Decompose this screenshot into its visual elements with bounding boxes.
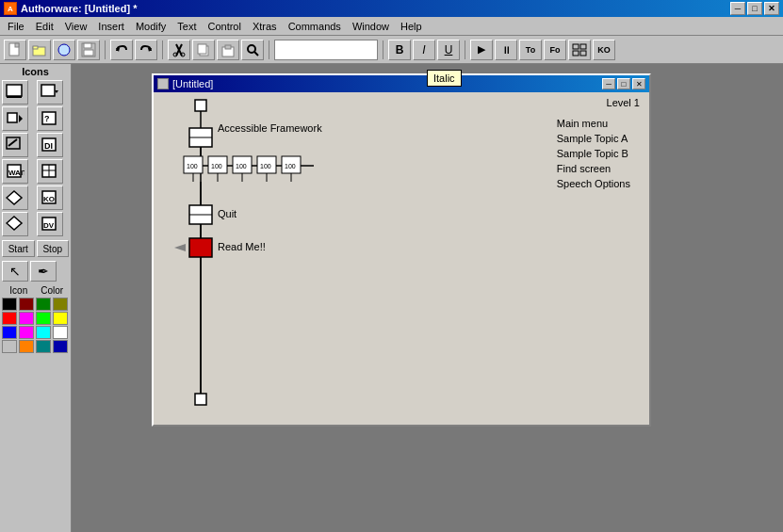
text-list-item-5: Speech Options [557,176,630,191]
interaction-icon[interactable] [37,80,63,105]
color-swatch[interactable] [53,312,68,325]
text-list-item-1: Main menu [557,116,630,131]
start-node [195,100,206,111]
svg-text:100: 100 [211,163,222,169]
app-icon: A [4,2,17,15]
copy-button[interactable] [192,40,215,60]
svg-rect-23 [580,51,586,56]
color-swatch[interactable] [19,312,34,325]
separator-3 [269,40,269,59]
svg-point-4 [58,44,70,56]
cut-button[interactable] [168,40,190,60]
maximize-button[interactable]: □ [747,2,762,15]
doc-minimize[interactable]: ─ [602,78,615,89]
color-swatch[interactable] [36,312,51,325]
menu-window[interactable]: Window [347,17,395,35]
color-swatch[interactable] [2,298,17,311]
color-label: Color [36,285,70,296]
color-swatch[interactable] [2,312,17,325]
svg-rect-27 [8,113,17,122]
minimize-button[interactable]: ─ [730,2,745,15]
color-swatch[interactable] [2,326,17,339]
calc-icon[interactable] [2,212,28,236]
color-swatch[interactable] [53,326,68,339]
kd-button[interactable]: KO [593,40,615,60]
menu-modify[interactable]: Modify [130,17,171,35]
svg-text:100: 100 [187,163,198,169]
pointer-tool[interactable]: ↖ [2,261,28,282]
open-button[interactable] [28,40,51,60]
svg-text:?: ? [44,114,50,123]
stop-flag[interactable]: Stop [37,240,70,257]
wait2-icon[interactable]: WAIT [2,159,28,184]
find-button[interactable] [241,40,264,60]
menu-xtras[interactable]: Xtras [247,17,283,35]
svg-rect-21 [580,44,586,49]
sound-icon[interactable]: KO [37,185,63,210]
color-swatch[interactable] [36,326,51,339]
new-button[interactable] [4,40,26,60]
svg-rect-15 [198,44,206,54]
start-flag[interactable]: Start [2,240,35,257]
color-swatch[interactable] [53,298,68,311]
display-icon[interactable] [2,80,28,105]
doc-maximize[interactable]: □ [617,78,630,89]
paste-button[interactable] [217,40,239,60]
bold-button[interactable]: B [388,40,411,60]
save-button[interactable] [77,40,100,60]
menu-file[interactable]: File [2,17,30,35]
italic-button[interactable]: I [413,40,435,60]
italic-tooltip: Italic [427,70,462,87]
menu-edit[interactable]: Edit [30,17,59,35]
decision-icon[interactable] [2,185,28,210]
erase-icon[interactable] [2,133,28,157]
navigate-icon[interactable]: DI [37,133,63,157]
play-button[interactable]: ▶ [470,40,493,60]
close-button[interactable]: ✕ [764,2,779,15]
menu-help[interactable]: Help [395,17,428,35]
color-swatch[interactable] [19,340,34,353]
color-swatch[interactable] [19,326,34,339]
doc-window: [Untitled] ─ □ ✕ Level 1 [152,73,651,427]
menu-insert[interactable]: Insert [92,17,130,35]
font-dropdown[interactable] [274,40,378,60]
redo-button[interactable] [135,40,157,60]
map-icon[interactable] [37,159,63,184]
doc-content: Level 1 100 [154,92,649,425]
text-list-item-3: Sample Topic B [557,146,630,161]
undo-button[interactable] [110,40,133,60]
menu-commands[interactable]: Commands [283,17,347,35]
svg-line-19 [254,52,258,56]
icon-grid: ? DI WAIT KO [2,80,69,236]
menu-text[interactable]: Text [171,17,202,35]
menu-view[interactable]: View [59,17,93,35]
pen-tool[interactable]: ✒ [30,261,57,282]
separator-1 [105,40,106,59]
underline-button[interactable]: U [437,40,460,60]
wait-icon[interactable]: ? [37,106,63,131]
text-var-button[interactable]: To [519,40,542,60]
svg-rect-24 [7,85,22,96]
color-swatch[interactable] [53,340,68,353]
motion-icon[interactable] [2,106,28,131]
icon-button[interactable] [53,40,75,60]
doc-icon [157,78,169,89]
svg-point-18 [248,45,255,53]
video-icon[interactable]: DV [37,212,63,236]
menu-control[interactable]: Control [202,17,246,35]
calc-button[interactable]: Fo [544,40,566,60]
icon-label: Icon [2,285,36,296]
pause-button[interactable]: ⏸ [495,40,517,60]
grid-button[interactable] [568,40,591,60]
color-swatch[interactable] [36,340,51,353]
svg-rect-17 [225,45,231,49]
color-swatch[interactable] [2,340,17,353]
read-me-icon[interactable] [189,238,212,257]
text-list: Main menu Sample Topic A Sample Topic B … [557,116,630,191]
framework-label: Accessible Framework [218,122,322,134]
svg-marker-39 [7,191,22,204]
icons-panel-title: Icons [2,66,69,77]
color-swatch[interactable] [36,298,51,311]
doc-close[interactable]: ✕ [632,78,645,89]
color-swatch[interactable] [19,298,34,311]
